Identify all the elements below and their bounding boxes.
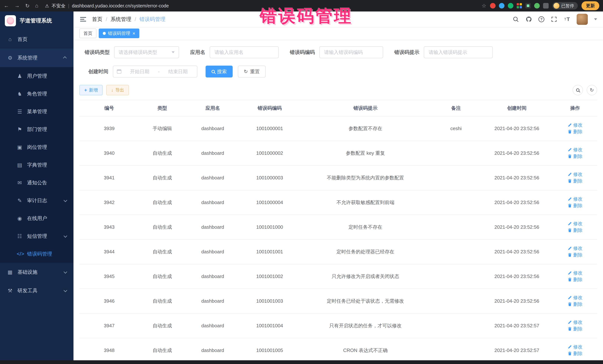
tab-active-dot bbox=[103, 32, 106, 35]
sidebar-item-dev-tools[interactable]: ⚒ 研发工具 bbox=[0, 281, 73, 300]
cell-code: 1001001002 bbox=[240, 264, 300, 289]
org-chart-icon: ⚑ bbox=[17, 126, 23, 132]
extension-drop-icon[interactable] bbox=[499, 3, 504, 9]
browser-forward-icon[interactable] bbox=[14, 3, 20, 9]
edit-link[interactable]: 修改 bbox=[568, 122, 582, 128]
delete-link[interactable]: 删除 bbox=[568, 326, 582, 332]
cell-remark bbox=[431, 190, 481, 215]
help-icon[interactable] bbox=[538, 16, 544, 22]
search-icon bbox=[211, 70, 215, 73]
sidebar-item-dictionary-management[interactable]: ▤ 字典管理 bbox=[0, 156, 73, 174]
delete-link[interactable]: 删除 bbox=[568, 227, 582, 233]
delete-link[interactable]: 删除 bbox=[568, 203, 582, 209]
cell-created: 2021-04-20 23:52:57 bbox=[481, 313, 553, 338]
cell-hint: 只有开启状态的任务，才可以修改 bbox=[300, 313, 431, 338]
sidebar-item-position-management[interactable]: ▣ 岗位管理 bbox=[0, 138, 73, 156]
user-avatar[interactable] bbox=[577, 14, 588, 25]
breadcrumb: 首页 系统管理 错误码管理 bbox=[92, 16, 165, 23]
sms-icon: ☷ bbox=[17, 233, 23, 239]
fullscreen-icon[interactable] bbox=[551, 16, 557, 22]
create-time-range-picker[interactable]: 开始日期 - 结束日期 bbox=[113, 66, 197, 77]
edit-link[interactable]: 修改 bbox=[568, 147, 582, 153]
cell-actions: 修改 删除 bbox=[553, 215, 597, 240]
tab-close-icon[interactable] bbox=[132, 31, 135, 36]
extensions-puzzle-icon[interactable] bbox=[543, 3, 549, 9]
sidebar-item-error-code-management[interactable]: </> 错误码管理 bbox=[0, 245, 73, 263]
delete-link[interactable]: 删除 bbox=[568, 301, 582, 307]
edit-link[interactable]: 修改 bbox=[568, 171, 582, 177]
sidebar-item-audit-log[interactable]: ✎ 审计日志 bbox=[0, 192, 73, 210]
edit-link[interactable]: 修改 bbox=[568, 295, 582, 301]
sidebar-item-system-management[interactable]: ⚙ 系统管理 bbox=[0, 49, 73, 67]
badge-icon: ▣ bbox=[17, 144, 23, 150]
sidebar-item-online-users[interactable]: ◉ 在线用户 bbox=[0, 210, 73, 227]
delete-link[interactable]: 删除 bbox=[568, 276, 582, 283]
sidebar-item-menu-management[interactable]: ☰ 菜单管理 bbox=[0, 103, 73, 121]
error-hint-input[interactable] bbox=[424, 46, 493, 58]
sidebar-item-sms-management[interactable]: ☷ 短信管理 bbox=[0, 227, 73, 245]
sidebar-item-user-management[interactable]: ♟ 用户管理 bbox=[0, 67, 73, 85]
profile-avatar-icon bbox=[554, 3, 559, 9]
cell-app: dashboard bbox=[186, 240, 240, 264]
extension-dark-badge-icon[interactable] bbox=[525, 3, 531, 9]
cell-hint: 只允许修改为开启或者关闭状态 bbox=[300, 264, 431, 289]
delete-link[interactable]: 删除 bbox=[568, 153, 582, 159]
edit-link[interactable]: 修改 bbox=[568, 319, 582, 325]
extension-v-icon[interactable] bbox=[508, 3, 513, 9]
search-button[interactable]: 搜索 bbox=[206, 66, 233, 77]
cell-app: dashboard bbox=[186, 313, 240, 338]
reset-button[interactable]: 重置 bbox=[238, 66, 266, 77]
edit-link[interactable]: 修改 bbox=[568, 221, 582, 227]
delete-icon bbox=[568, 302, 572, 306]
delete-link[interactable]: 删除 bbox=[568, 252, 582, 258]
edit-link[interactable]: 修改 bbox=[568, 196, 582, 202]
github-icon[interactable] bbox=[525, 16, 532, 22]
breadcrumb-item[interactable]: 系统管理 bbox=[103, 16, 131, 23]
cell-app: dashboard bbox=[186, 264, 240, 289]
tab[interactable]: 错误码管理 bbox=[99, 29, 139, 38]
extension-record-icon[interactable] bbox=[490, 3, 496, 9]
browser-back-icon[interactable] bbox=[4, 3, 9, 9]
add-button[interactable]: 新增 bbox=[79, 85, 103, 95]
breadcrumb-item[interactable]: 错误码管理 bbox=[131, 16, 165, 23]
error-code-input[interactable] bbox=[319, 46, 383, 58]
app-logo[interactable]: 芋道管理系统 bbox=[0, 11, 73, 30]
error-type-select[interactable]: 请选择错误码类型 bbox=[114, 46, 179, 58]
toggle-search-button[interactable] bbox=[573, 85, 583, 95]
browser-update-button[interactable]: 更新 bbox=[581, 1, 599, 10]
refresh-table-button[interactable] bbox=[587, 85, 597, 95]
sidebar-item-infrastructure[interactable]: ▦ 基础设施 bbox=[0, 263, 73, 281]
chevron-up-icon bbox=[63, 56, 67, 60]
bookmark-star-icon[interactable] bbox=[482, 3, 486, 9]
browser-home-icon[interactable] bbox=[35, 3, 38, 9]
delete-link[interactable]: 删除 bbox=[568, 178, 582, 184]
app-name-input[interactable] bbox=[210, 46, 279, 58]
font-size-icon[interactable] bbox=[564, 16, 570, 22]
browser-reload-icon[interactable] bbox=[25, 3, 30, 9]
cell-hint: 定时任务已经处于该状态，无需修改 bbox=[300, 289, 431, 313]
edit-link[interactable]: 修改 bbox=[568, 344, 582, 350]
menu-label: 基础设施 bbox=[17, 269, 37, 276]
delete-link[interactable]: 删除 bbox=[568, 351, 582, 357]
sidebar-item-department-management[interactable]: ⚑ 部门管理 bbox=[0, 121, 73, 138]
table-row: 3942 自动生成 dashboard 1001000004 不允许获取敏感配置… bbox=[79, 190, 597, 215]
sidebar-toggle-icon[interactable] bbox=[79, 16, 87, 23]
delete-icon bbox=[568, 277, 572, 282]
edit-link[interactable]: 修改 bbox=[568, 245, 582, 251]
sidebar-item-announcement[interactable]: ✉ 通知公告 bbox=[0, 174, 73, 192]
delete-link[interactable]: 删除 bbox=[568, 129, 582, 135]
sidebar-item-home[interactable]: ⌂ 首页 bbox=[0, 30, 73, 49]
tab[interactable]: 首页 bbox=[79, 29, 96, 38]
edit-link[interactable]: 修改 bbox=[568, 270, 582, 276]
menu-label: 系统管理 bbox=[17, 55, 37, 61]
extension-grid-icon[interactable] bbox=[517, 3, 522, 8]
search-icon[interactable] bbox=[512, 16, 519, 22]
cell-actions: 修改 删除 bbox=[553, 240, 597, 264]
sidebar-item-role-management[interactable]: ♞ 角色管理 bbox=[0, 85, 73, 103]
profile-paused-badge[interactable]: 已暂停 bbox=[552, 2, 578, 10]
extension-leaf-icon[interactable] bbox=[534, 3, 540, 9]
chevron-down-icon[interactable] bbox=[594, 18, 597, 20]
address-bar[interactable]: 不安全 | dashboard.yudao.iocoder.cn/system/… bbox=[42, 3, 486, 9]
export-button[interactable]: 导出 bbox=[106, 85, 129, 95]
breadcrumb-item[interactable]: 首页 bbox=[92, 16, 103, 23]
